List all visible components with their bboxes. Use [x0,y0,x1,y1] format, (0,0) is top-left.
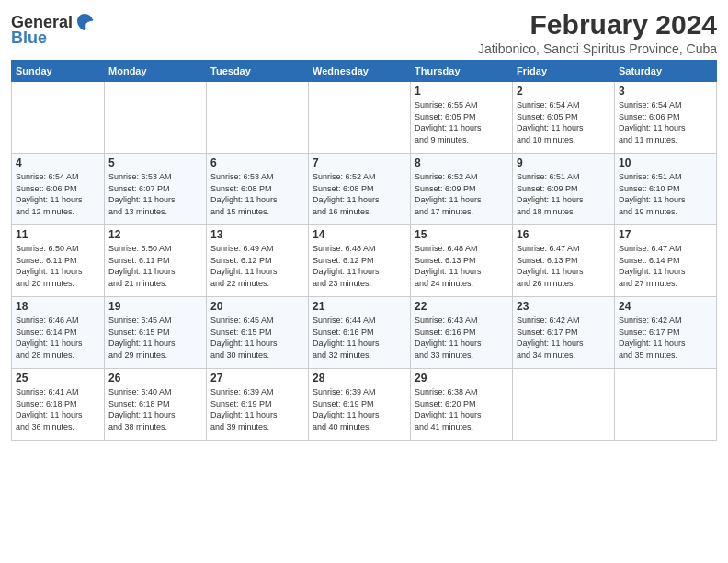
day-info: Sunrise: 6:52 AM Sunset: 6:09 PM Dayligh… [415,171,508,217]
col-header-friday: Friday [512,61,614,82]
day-info: Sunrise: 6:54 AM Sunset: 6:06 PM Dayligh… [619,99,712,145]
day-number: 3 [619,85,712,98]
calendar-cell: 29Sunrise: 6:38 AM Sunset: 6:20 PM Dayli… [411,369,513,441]
calendar-cell: 23Sunrise: 6:42 AM Sunset: 6:17 PM Dayli… [512,297,614,369]
day-info: Sunrise: 6:54 AM Sunset: 6:05 PM Dayligh… [517,99,610,145]
day-number: 9 [517,156,610,169]
calendar-cell: 22Sunrise: 6:43 AM Sunset: 6:16 PM Dayli… [411,297,513,369]
col-header-sunday: Sunday [12,61,105,82]
day-info: Sunrise: 6:46 AM Sunset: 6:14 PM Dayligh… [16,315,100,361]
calendar-cell [614,369,716,441]
calendar-cell: 27Sunrise: 6:39 AM Sunset: 6:19 PM Dayli… [207,369,309,441]
day-number: 18 [16,300,100,313]
header-row: SundayMondayTuesdayWednesdayThursdayFrid… [12,61,717,82]
title-block: February 2024 Jatibonico, Sancti Spiritu… [478,9,717,56]
day-info: Sunrise: 6:55 AM Sunset: 6:05 PM Dayligh… [415,99,508,145]
day-info: Sunrise: 6:43 AM Sunset: 6:16 PM Dayligh… [415,315,508,361]
day-info: Sunrise: 6:50 AM Sunset: 6:11 PM Dayligh… [16,243,100,289]
calendar-cell: 18Sunrise: 6:46 AM Sunset: 6:14 PM Dayli… [12,297,105,369]
calendar-cell [512,369,614,441]
calendar-cell: 26Sunrise: 6:40 AM Sunset: 6:18 PM Dayli… [105,369,207,441]
day-info: Sunrise: 6:48 AM Sunset: 6:13 PM Dayligh… [415,243,508,289]
calendar-cell: 13Sunrise: 6:49 AM Sunset: 6:12 PM Dayli… [207,225,309,297]
day-info: Sunrise: 6:39 AM Sunset: 6:19 PM Dayligh… [210,386,304,432]
col-header-monday: Monday [105,61,207,82]
day-info: Sunrise: 6:54 AM Sunset: 6:06 PM Dayligh… [16,171,100,217]
day-number: 7 [313,156,406,169]
day-info: Sunrise: 6:48 AM Sunset: 6:12 PM Dayligh… [313,243,406,289]
day-number: 20 [210,300,304,313]
calendar-cell [207,82,309,154]
day-number: 10 [619,156,712,169]
day-info: Sunrise: 6:52 AM Sunset: 6:08 PM Dayligh… [313,171,406,217]
day-info: Sunrise: 6:51 AM Sunset: 6:10 PM Dayligh… [619,171,712,217]
day-info: Sunrise: 6:40 AM Sunset: 6:18 PM Dayligh… [108,386,202,432]
day-info: Sunrise: 6:53 AM Sunset: 6:07 PM Dayligh… [108,171,202,217]
day-info: Sunrise: 6:38 AM Sunset: 6:20 PM Dayligh… [415,386,508,432]
day-info: Sunrise: 6:44 AM Sunset: 6:16 PM Dayligh… [313,315,406,361]
calendar-cell: 15Sunrise: 6:48 AM Sunset: 6:13 PM Dayli… [411,225,513,297]
header: General Blue February 2024 Jatibonico, S… [11,9,717,56]
day-number: 11 [16,228,100,241]
col-header-thursday: Thursday [411,61,513,82]
calendar-cell: 16Sunrise: 6:47 AM Sunset: 6:13 PM Dayli… [512,225,614,297]
calendar-cell: 2Sunrise: 6:54 AM Sunset: 6:05 PM Daylig… [512,82,614,154]
day-info: Sunrise: 6:42 AM Sunset: 6:17 PM Dayligh… [517,315,610,361]
day-number: 28 [313,372,406,385]
week-row-3: 18Sunrise: 6:46 AM Sunset: 6:14 PM Dayli… [12,297,717,369]
day-number: 5 [108,156,202,169]
day-number: 22 [415,300,508,313]
calendar-cell: 25Sunrise: 6:41 AM Sunset: 6:18 PM Dayli… [12,369,105,441]
calendar-cell [105,82,207,154]
day-number: 4 [16,156,100,169]
week-row-2: 11Sunrise: 6:50 AM Sunset: 6:11 PM Dayli… [12,225,717,297]
day-number: 16 [517,228,610,241]
calendar-cell: 5Sunrise: 6:53 AM Sunset: 6:07 PM Daylig… [105,154,207,225]
calendar-cell: 20Sunrise: 6:45 AM Sunset: 6:15 PM Dayli… [207,297,309,369]
calendar-cell: 28Sunrise: 6:39 AM Sunset: 6:19 PM Dayli… [309,369,411,441]
day-number: 8 [415,156,508,169]
day-number: 24 [619,300,712,313]
day-info: Sunrise: 6:39 AM Sunset: 6:19 PM Dayligh… [313,386,406,432]
calendar-cell [12,82,105,154]
day-number: 14 [313,228,406,241]
day-number: 6 [210,156,304,169]
calendar-cell: 17Sunrise: 6:47 AM Sunset: 6:14 PM Dayli… [614,225,716,297]
day-number: 2 [517,85,610,98]
day-number: 23 [517,300,610,313]
day-info: Sunrise: 6:53 AM Sunset: 6:08 PM Dayligh… [210,171,304,217]
calendar-cell: 11Sunrise: 6:50 AM Sunset: 6:11 PM Dayli… [12,225,105,297]
calendar-cell: 4Sunrise: 6:54 AM Sunset: 6:06 PM Daylig… [12,154,105,225]
day-info: Sunrise: 6:41 AM Sunset: 6:18 PM Dayligh… [16,386,100,432]
day-info: Sunrise: 6:50 AM Sunset: 6:11 PM Dayligh… [108,243,202,289]
col-header-tuesday: Tuesday [207,61,309,82]
day-info: Sunrise: 6:47 AM Sunset: 6:14 PM Dayligh… [619,243,712,289]
day-number: 25 [16,372,100,385]
day-number: 17 [619,228,712,241]
calendar-cell: 10Sunrise: 6:51 AM Sunset: 6:10 PM Dayli… [614,154,716,225]
day-number: 29 [415,372,508,385]
day-info: Sunrise: 6:49 AM Sunset: 6:12 PM Dayligh… [210,243,304,289]
calendar-cell: 7Sunrise: 6:52 AM Sunset: 6:08 PM Daylig… [309,154,411,225]
calendar-cell: 1Sunrise: 6:55 AM Sunset: 6:05 PM Daylig… [411,82,513,154]
day-number: 19 [108,300,202,313]
calendar-cell: 19Sunrise: 6:45 AM Sunset: 6:15 PM Dayli… [105,297,207,369]
day-info: Sunrise: 6:51 AM Sunset: 6:09 PM Dayligh… [517,171,610,217]
day-number: 13 [210,228,304,241]
logo-icon [74,12,95,32]
week-row-4: 25Sunrise: 6:41 AM Sunset: 6:18 PM Dayli… [12,369,717,441]
col-header-saturday: Saturday [614,61,716,82]
day-info: Sunrise: 6:45 AM Sunset: 6:15 PM Dayligh… [210,315,304,361]
day-info: Sunrise: 6:47 AM Sunset: 6:13 PM Dayligh… [517,243,610,289]
day-info: Sunrise: 6:42 AM Sunset: 6:17 PM Dayligh… [619,315,712,361]
day-number: 12 [108,228,202,241]
col-header-wednesday: Wednesday [309,61,411,82]
day-number: 1 [415,85,508,98]
calendar-cell: 24Sunrise: 6:42 AM Sunset: 6:17 PM Dayli… [614,297,716,369]
calendar-cell: 8Sunrise: 6:52 AM Sunset: 6:09 PM Daylig… [411,154,513,225]
main-title: February 2024 [478,9,717,40]
calendar-cell: 3Sunrise: 6:54 AM Sunset: 6:06 PM Daylig… [614,82,716,154]
subtitle: Jatibonico, Sancti Spiritus Province, Cu… [478,41,717,56]
week-row-1: 4Sunrise: 6:54 AM Sunset: 6:06 PM Daylig… [12,154,717,225]
week-row-0: 1Sunrise: 6:55 AM Sunset: 6:05 PM Daylig… [12,82,717,154]
